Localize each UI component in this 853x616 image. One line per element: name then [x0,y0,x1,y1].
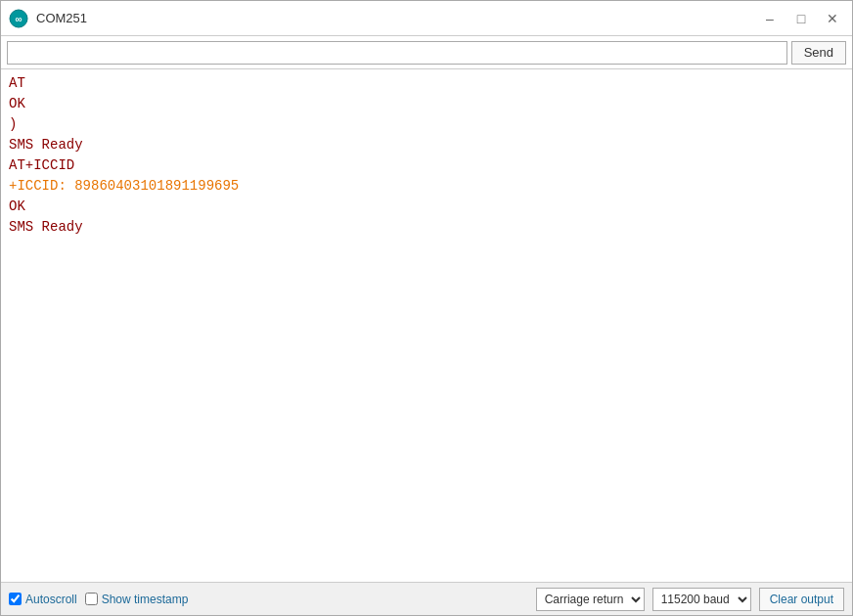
arduino-logo-icon: ∞ [9,9,28,28]
timestamp-text: Show timestamp [102,593,189,606]
serial-monitor-window: ∞ COM251 – □ ✕ Send ATOK)SMS ReadyAT+ICC… [0,0,853,616]
output-line: ) [9,114,844,135]
output-line: SMS Ready [9,135,844,155]
line-ending-select[interactable]: Carriage return No line ending Newline B… [536,588,645,611]
svg-text:∞: ∞ [15,14,22,24]
timestamp-label[interactable]: Show timestamp [85,593,189,606]
timestamp-checkbox[interactable] [85,593,98,605]
title-bar: ∞ COM251 – □ ✕ [1,1,852,36]
autoscroll-label[interactable]: Autoscroll [9,593,77,606]
toolbar: Send [1,36,852,69]
baud-rate-select[interactable]: 115200 baud 300 9600 57600 [652,588,751,611]
autoscroll-text: Autoscroll [25,593,77,606]
minimize-button[interactable]: – [758,7,782,30]
output-line: SMS Ready [9,217,844,238]
close-button[interactable]: ✕ [821,7,844,30]
output-line: +ICCID: 89860403101891199695 [9,176,844,197]
window-title: COM251 [36,11,758,25]
autoscroll-checkbox[interactable] [9,593,22,605]
output-area[interactable]: ATOK)SMS ReadyAT+ICCID+ICCID: 8986040310… [1,69,852,582]
output-line: AT+ICCID [9,155,844,176]
output-line: OK [9,197,844,217]
output-line: OK [9,94,844,114]
status-bar: Autoscroll Show timestamp Carriage retur… [1,582,852,615]
window-controls: – □ ✕ [758,7,844,30]
serial-input[interactable] [7,41,787,65]
output-line: AT [9,73,844,94]
maximize-button[interactable]: □ [789,7,813,30]
send-button[interactable]: Send [791,41,846,65]
clear-output-button[interactable]: Clear output [759,588,844,611]
